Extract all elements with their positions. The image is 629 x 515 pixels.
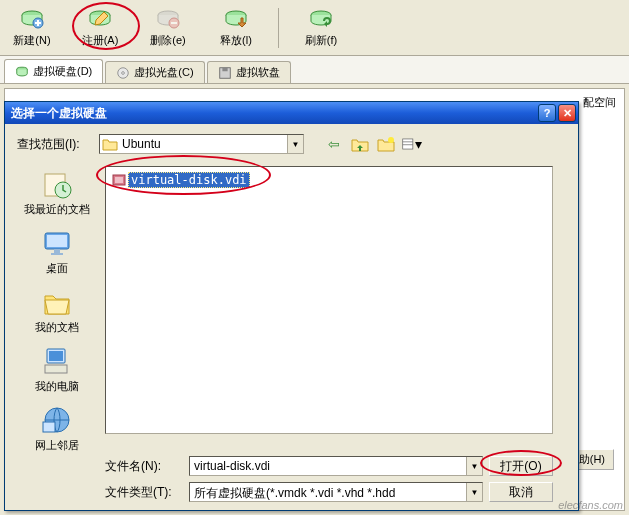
file-name: virtual-disk.vdi bbox=[128, 172, 250, 188]
file-item[interactable]: virtual-disk.vdi bbox=[110, 171, 252, 189]
view-icon bbox=[402, 136, 415, 152]
folder-new-icon bbox=[377, 136, 395, 152]
folder-up-icon bbox=[351, 136, 369, 152]
svg-rect-11 bbox=[222, 67, 227, 71]
cancel-button[interactable]: 取消 bbox=[489, 482, 553, 502]
tab-harddisk-label: 虚拟硬盘(D) bbox=[33, 64, 92, 79]
dialog-close-button[interactable]: ✕ bbox=[558, 104, 576, 122]
svg-rect-26 bbox=[43, 422, 55, 432]
filetype-value: 所有虚拟硬盘(*.vmdk *.vdi *.vhd *.hdd bbox=[194, 486, 395, 500]
register-button[interactable]: 注册(A) bbox=[72, 2, 128, 53]
column-header: 配空间 bbox=[583, 95, 616, 110]
new-button[interactable]: 新建(N) bbox=[4, 2, 60, 53]
place-mycomputer-label: 我的电脑 bbox=[35, 379, 79, 394]
disk-new-icon bbox=[20, 7, 44, 31]
up-folder-button[interactable] bbox=[350, 134, 370, 154]
filename-label: 文件名(N): bbox=[105, 458, 183, 475]
tab-virtual-cd[interactable]: 虚拟光盘(C) bbox=[105, 61, 204, 83]
place-recent[interactable]: 我最近的文档 bbox=[17, 166, 97, 219]
filename-dropdown-icon[interactable]: ▼ bbox=[466, 457, 482, 475]
mycomputer-icon bbox=[41, 345, 73, 377]
register-label: 注册(A) bbox=[82, 33, 119, 48]
disk-release-icon bbox=[224, 7, 248, 31]
place-mydocs-label: 我的文档 bbox=[35, 320, 79, 335]
filename-value: virtual-disk.vdi bbox=[194, 459, 270, 473]
lookin-dropdown-icon[interactable]: ▼ bbox=[287, 135, 303, 153]
disk-delete-icon bbox=[156, 7, 180, 31]
release-button[interactable]: 释放(l) bbox=[208, 2, 264, 53]
vdi-file-icon bbox=[112, 173, 126, 187]
recent-icon bbox=[41, 168, 73, 200]
back-button[interactable]: ⇦ bbox=[324, 134, 344, 154]
filetype-label: 文件类型(T): bbox=[105, 484, 183, 501]
svg-point-9 bbox=[122, 71, 125, 74]
toolbar-separator bbox=[278, 8, 279, 48]
svg-rect-23 bbox=[49, 351, 63, 361]
cd-icon bbox=[116, 66, 130, 80]
lookin-label: 查找范围(I): bbox=[17, 136, 93, 153]
new-folder-button[interactable] bbox=[376, 134, 396, 154]
release-label: 释放(l) bbox=[220, 33, 252, 48]
tab-bar: 虚拟硬盘(D) 虚拟光盘(C) 虚拟软盘 bbox=[0, 56, 629, 84]
place-desktop[interactable]: 桌面 bbox=[17, 225, 97, 278]
svg-rect-13 bbox=[403, 139, 413, 149]
place-mycomputer[interactable]: 我的电脑 bbox=[17, 343, 97, 396]
lookin-value: Ubuntu bbox=[122, 137, 161, 151]
refresh-label: 刷新(f) bbox=[305, 33, 337, 48]
open-file-dialog: 选择一个虚拟硬盘 ? ✕ 查找范围(I): Ubuntu ▼ ⇦ bbox=[4, 101, 579, 511]
refresh-button[interactable]: 刷新(f) bbox=[293, 2, 349, 53]
place-mydocs[interactable]: 我的文档 bbox=[17, 284, 97, 337]
network-icon bbox=[41, 404, 73, 436]
delete-label: 删除(e) bbox=[150, 33, 185, 48]
dialog-titlebar: 选择一个虚拟硬盘 ? ✕ bbox=[5, 102, 578, 124]
place-desktop-label: 桌面 bbox=[46, 261, 68, 276]
tab-virtual-floppy[interactable]: 虚拟软盘 bbox=[207, 61, 291, 83]
place-network[interactable]: 网上邻居 bbox=[17, 402, 97, 455]
mydocs-icon bbox=[41, 286, 73, 318]
tab-virtual-harddisk[interactable]: 虚拟硬盘(D) bbox=[4, 59, 103, 83]
place-network-label: 网上邻居 bbox=[35, 438, 79, 453]
place-recent-label: 我最近的文档 bbox=[24, 202, 90, 217]
svg-rect-24 bbox=[45, 365, 67, 373]
svg-rect-21 bbox=[51, 253, 63, 255]
file-list[interactable]: virtual-disk.vdi bbox=[105, 166, 553, 434]
main-toolbar: 新建(N) 注册(A) 删除(e) 释放(l) 刷新(f) bbox=[0, 0, 629, 56]
folder-icon bbox=[102, 137, 118, 151]
svg-point-12 bbox=[388, 137, 394, 143]
view-menu-button[interactable]: ▾ bbox=[402, 134, 422, 154]
disk-refresh-icon bbox=[309, 7, 333, 31]
delete-button[interactable]: 删除(e) bbox=[140, 2, 196, 53]
places-bar: 我最近的文档 桌面 我的文档 我的电脑 网上邻居 bbox=[17, 166, 97, 455]
svg-rect-20 bbox=[54, 249, 60, 253]
filetype-dropdown-icon[interactable]: ▼ bbox=[466, 483, 482, 501]
dialog-title: 选择一个虚拟硬盘 bbox=[11, 105, 107, 122]
harddisk-icon bbox=[15, 65, 29, 79]
disk-register-icon bbox=[88, 7, 112, 31]
svg-rect-28 bbox=[115, 177, 123, 183]
tab-floppy-label: 虚拟软盘 bbox=[236, 65, 280, 80]
tab-cd-label: 虚拟光盘(C) bbox=[134, 65, 193, 80]
desktop-icon bbox=[41, 227, 73, 259]
filetype-combo[interactable]: 所有虚拟硬盘(*.vmdk *.vdi *.vhd *.hdd ▼ bbox=[189, 482, 483, 502]
svg-rect-19 bbox=[47, 235, 67, 247]
open-button[interactable]: 打开(O) bbox=[489, 456, 553, 476]
filename-combo[interactable]: virtual-disk.vdi ▼ bbox=[189, 456, 483, 476]
watermark: elecfans.com bbox=[558, 499, 623, 511]
lookin-combo[interactable]: Ubuntu ▼ bbox=[99, 134, 304, 154]
new-label: 新建(N) bbox=[13, 33, 50, 48]
floppy-icon bbox=[218, 66, 232, 80]
dialog-help-button[interactable]: ? bbox=[538, 104, 556, 122]
